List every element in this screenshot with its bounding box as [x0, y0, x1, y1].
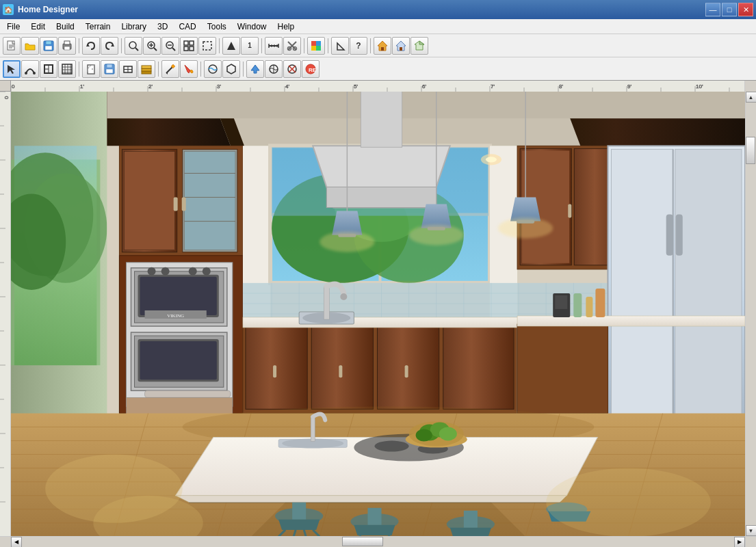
zoom-find-button[interactable]: [125, 37, 142, 55]
print-button[interactable]: [58, 37, 76, 55]
up-button[interactable]: [246, 60, 264, 78]
scroll-thumb-horizontal[interactable]: [342, 537, 383, 546]
svg-point-313: [546, 468, 711, 536]
svg-rect-68: [142, 71, 151, 74]
redo-button[interactable]: [101, 37, 118, 55]
arc-tool-button[interactable]: [21, 60, 39, 78]
svg-rect-223: [443, 327, 514, 409]
save-button[interactable]: [40, 37, 57, 55]
svg-rect-242: [517, 316, 745, 326]
svg-point-12: [129, 42, 136, 49]
record-button[interactable]: REC: [302, 60, 320, 78]
transform-button[interactable]: [265, 60, 283, 78]
scroll-track-horizontal[interactable]: [22, 537, 734, 548]
scroll-track-vertical[interactable]: [746, 103, 757, 525]
house-3d-button[interactable]: [410, 37, 428, 55]
menu-3d[interactable]: 3D: [152, 19, 173, 34]
hex-tool-button[interactable]: [222, 60, 240, 78]
title-bar: 🏠 Home Designer — □ ✕: [0, 0, 756, 19]
svg-text:10': 10': [696, 83, 703, 90]
scroll-left-button[interactable]: ◀: [11, 537, 22, 548]
door-tool-button[interactable]: [82, 60, 100, 78]
viewport-canvas[interactable]: VIKING: [11, 92, 745, 536]
svg-text:1': 1': [80, 83, 84, 90]
room-tool-button[interactable]: [40, 60, 57, 78]
svg-rect-38: [316, 41, 321, 46]
scroll-thumb-vertical[interactable]: [746, 137, 755, 164]
svg-rect-156: [182, 198, 186, 211]
svg-line-15: [154, 48, 157, 51]
ruler-vertical: 0: [0, 92, 11, 536]
scale-1-button[interactable]: 1: [241, 37, 259, 55]
house-2d-button[interactable]: [374, 37, 391, 55]
angle-button[interactable]: [331, 37, 349, 55]
zoom-in-button[interactable]: [143, 37, 161, 55]
svg-point-277: [439, 427, 457, 440]
svg-text:5': 5': [354, 83, 358, 90]
minimize-button[interactable]: —: [705, 3, 720, 16]
svg-rect-84: [11, 81, 744, 92]
menu-window[interactable]: Window: [232, 19, 272, 34]
house-front-button[interactable]: [392, 37, 410, 55]
svg-rect-8: [64, 41, 70, 44]
paint-tool-button[interactable]: [180, 60, 198, 78]
svg-text:6': 6': [422, 83, 426, 90]
save2-button[interactable]: [101, 60, 118, 78]
menu-cad[interactable]: CAD: [173, 19, 201, 34]
svg-rect-245: [595, 289, 605, 317]
menu-file[interactable]: File: [1, 19, 25, 34]
svg-rect-39: [311, 46, 316, 51]
menu-help[interactable]: Help: [272, 19, 300, 34]
svg-rect-40: [316, 46, 321, 51]
measure-button[interactable]: [265, 37, 283, 55]
scroll-right-button[interactable]: ▶: [734, 537, 745, 548]
toolbar-secondary: REC: [0, 57, 756, 81]
maximize-button[interactable]: □: [722, 3, 737, 16]
svg-rect-238: [666, 215, 673, 256]
svg-point-303: [409, 225, 464, 245]
select-tool-button[interactable]: [3, 60, 21, 78]
menu-library[interactable]: Library: [116, 19, 152, 34]
svg-rect-21: [184, 41, 188, 45]
svg-rect-272: [311, 416, 315, 441]
cross-tool-button[interactable]: [283, 60, 301, 78]
material-paint-button[interactable]: [307, 37, 325, 55]
scrollbar-horizontal[interactable]: ◀ ▶: [0, 536, 756, 547]
open-button[interactable]: [21, 37, 39, 55]
scroll-up-button[interactable]: ▲: [746, 92, 757, 103]
window-controls: — □ ✕: [705, 3, 753, 16]
svg-rect-236: [611, 149, 673, 416]
menu-tools[interactable]: Tools: [202, 19, 232, 34]
svg-marker-305: [510, 198, 540, 222]
zoom-select-button[interactable]: [198, 37, 216, 55]
close-button[interactable]: ✕: [738, 3, 753, 16]
svg-text:3': 3': [217, 83, 221, 90]
cut-button[interactable]: [283, 37, 301, 55]
undo-button[interactable]: [82, 37, 100, 55]
arrow-up-button[interactable]: [222, 37, 240, 55]
window-tool-button[interactable]: [119, 60, 137, 78]
floor-tool-button[interactable]: [58, 60, 76, 78]
svg-rect-247: [555, 295, 567, 309]
svg-marker-46: [419, 41, 424, 44]
svg-point-61: [92, 68, 93, 70]
scroll-down-button[interactable]: ▼: [746, 525, 757, 536]
menu-terrain[interactable]: Terrain: [80, 19, 116, 34]
svg-point-49: [33, 72, 36, 75]
svg-point-307: [498, 218, 553, 239]
svg-rect-243: [573, 293, 582, 317]
zoom-out-button[interactable]: [161, 37, 179, 55]
menu-build[interactable]: Build: [51, 19, 80, 34]
material-button[interactable]: [204, 60, 222, 78]
svg-rect-244: [586, 297, 592, 317]
build-tool-button[interactable]: [138, 60, 155, 78]
svg-rect-70: [142, 66, 151, 68]
svg-rect-6: [45, 46, 52, 50]
draw-tool-button[interactable]: [161, 60, 179, 78]
help-button[interactable]: ?: [350, 37, 367, 55]
new-button[interactable]: [3, 37, 21, 55]
scrollbar-vertical[interactable]: ▲ ▼: [745, 92, 756, 536]
menu-edit[interactable]: Edit: [25, 19, 51, 34]
svg-rect-173: [145, 390, 231, 397]
zoom-fit-button[interactable]: [180, 37, 198, 55]
